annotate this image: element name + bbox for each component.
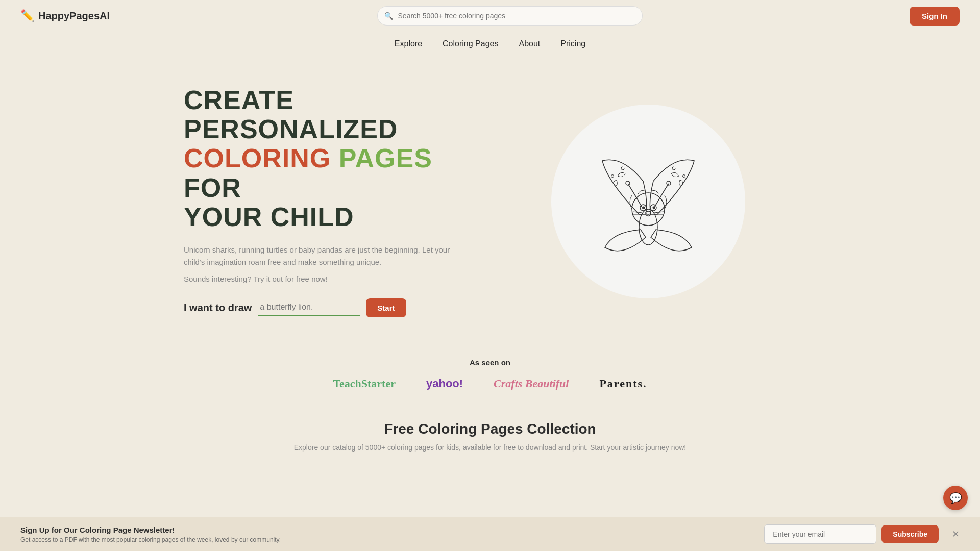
butterfly-lion-illustration	[577, 130, 720, 273]
hero-title: CREATE PERSONALIZED COLORING PAGES FOR Y…	[184, 86, 459, 232]
svg-point-7	[653, 206, 655, 209]
as-seen-on-section: As seen on TeachStarter yahoo! Crafts Be…	[0, 343, 980, 400]
svg-point-6	[643, 206, 645, 209]
nav-pricing[interactable]: Pricing	[560, 39, 585, 48]
svg-point-15	[672, 167, 675, 170]
svg-point-16	[683, 174, 685, 177]
collection-section: Free Coloring Pages Collection Explore o…	[0, 400, 980, 462]
draw-label: I want to draw	[184, 302, 252, 314]
newsletter-banner: Sign Up for Our Coloring Page Newsletter…	[0, 517, 980, 551]
as-seen-label: As seen on	[20, 358, 960, 367]
logo-text: HappyPagesAI	[38, 10, 110, 22]
brand-logos: TeachStarter yahoo! Crafts Beautiful Par…	[20, 377, 960, 390]
svg-point-1	[626, 181, 630, 185]
logo-icon: ✏️	[20, 9, 34, 22]
nav-explore[interactable]: Explore	[395, 39, 422, 48]
nav-about[interactable]: About	[519, 39, 540, 48]
svg-point-14	[611, 174, 614, 177]
hero-section: CREATE PERSONALIZED COLORING PAGES FOR Y…	[133, 55, 847, 343]
newsletter-description: Get access to a PDF with the most popula…	[20, 536, 281, 543]
hero-description2: Sounds interesting? Try it out for free …	[184, 274, 459, 283]
draw-input[interactable]	[258, 299, 360, 316]
nav-coloring-pages[interactable]: Coloring Pages	[443, 39, 498, 48]
main-nav: Explore Coloring Pages About Pricing	[0, 32, 980, 55]
newsletter-form: Subscribe ✕	[764, 524, 960, 544]
svg-point-8	[646, 211, 651, 214]
hero-image	[500, 105, 796, 298]
hero-title-child: YOUR CHILD	[184, 202, 354, 232]
hero-circle	[551, 105, 745, 298]
search-bar: 🔍	[377, 6, 643, 26]
hero-title-coloring: COLORING	[184, 143, 331, 173]
newsletter-email-input[interactable]	[764, 524, 876, 544]
start-button[interactable]: Start	[366, 298, 406, 317]
svg-point-2	[667, 181, 671, 185]
hero-title-line1: CREATE PERSONALIZED	[184, 85, 398, 144]
newsletter-text: Sign Up for Our Coloring Page Newsletter…	[20, 525, 281, 543]
brand-teachstarter: TeachStarter	[333, 377, 396, 390]
brand-crafts: Crafts Beautiful	[494, 377, 569, 390]
hero-title-pages: PAGES	[339, 143, 432, 173]
search-input[interactable]	[377, 6, 643, 26]
collection-description: Explore our catalog of 5000+ coloring pa…	[20, 443, 960, 452]
newsletter-title: Sign Up for Our Coloring Page Newsletter…	[20, 525, 281, 534]
collection-title: Free Coloring Pages Collection	[20, 421, 960, 437]
brand-yahoo: yahoo!	[426, 377, 463, 390]
hero-description1: Unicorn sharks, running turtles or baby …	[184, 244, 459, 268]
logo[interactable]: ✏️ HappyPagesAI	[20, 9, 110, 22]
brand-parents: Parents.	[599, 377, 647, 390]
signin-button[interactable]: Sign In	[910, 7, 960, 26]
hero-text: CREATE PERSONALIZED COLORING PAGES FOR Y…	[184, 86, 459, 317]
chat-button[interactable]: 💬	[943, 486, 968, 510]
header: ✏️ HappyPagesAI 🔍 Sign In	[0, 0, 980, 32]
svg-point-13	[621, 167, 624, 170]
search-icon: 🔍	[384, 12, 393, 20]
hero-title-for: FOR	[184, 173, 241, 203]
close-banner-button[interactable]: ✕	[952, 529, 960, 540]
subscribe-button[interactable]: Subscribe	[881, 525, 939, 543]
draw-form: I want to draw Start	[184, 298, 459, 317]
